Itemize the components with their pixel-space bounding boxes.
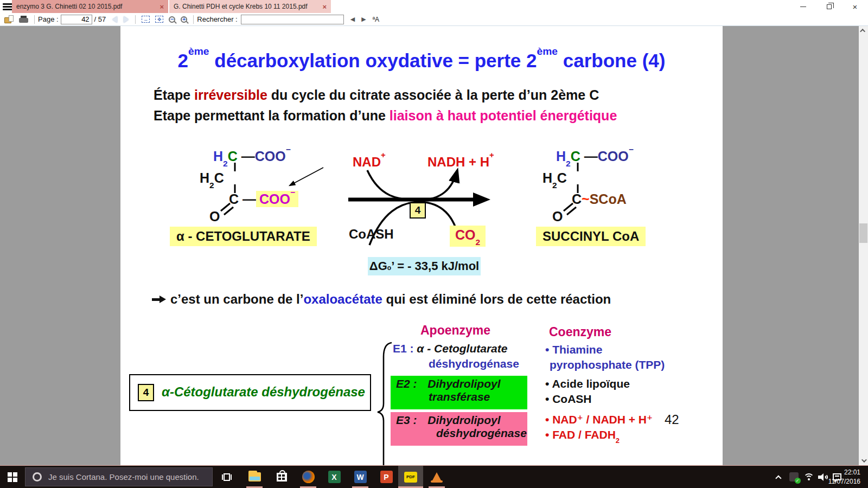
search-label: Rechercher : [197, 15, 237, 23]
reaction-step-badge: 4 [410, 202, 426, 219]
restore-button[interactable] [816, 0, 842, 13]
tab-bar: enzymo 3 G. Chinetti 02 10 2015.pdf × G.… [0, 0, 868, 13]
clock[interactable]: 22:01 11/07/2016 [828, 468, 860, 486]
akg-row3: C —COO− [229, 191, 298, 207]
enzyme-step-badge: 4 [138, 384, 154, 401]
e2-row: E2 : Dihydrolipoyl transférase [391, 376, 527, 409]
fit-page-icon: ✥ [155, 16, 163, 23]
akg-oxygen: O [209, 209, 220, 224]
wifi-icon [803, 473, 814, 481]
find-prev-icon[interactable]: ◀ [350, 16, 355, 23]
word-button[interactable]: W [348, 466, 372, 488]
print-icon [19, 16, 28, 23]
succ-label: SUCCINYL CoA [536, 227, 646, 246]
scrollbar-thumb[interactable] [859, 223, 867, 243]
zoom-out-icon: − [169, 16, 175, 23]
succ-row1: H2C —COO− [556, 149, 634, 166]
find-next-icon[interactable]: ▶ [361, 16, 366, 23]
restore-icon [827, 4, 832, 9]
store-button[interactable] [270, 466, 293, 488]
powerpoint-icon: P [380, 471, 393, 483]
start-button[interactable] [0, 466, 25, 488]
vlc-button[interactable] [425, 466, 449, 488]
akg-row2: H2C [200, 170, 224, 188]
scroll-down-button[interactable] [859, 456, 868, 465]
task-view-button[interactable] [215, 466, 239, 488]
e2-line1: E2 : Dihydrolipoyl [396, 377, 527, 390]
slide-page-number: 42 [665, 412, 679, 427]
clock-time: 22:01 [828, 468, 860, 477]
apoenzyme-header: Apoenzyme [420, 323, 490, 338]
word-icon: W [354, 471, 367, 483]
vertical-scrollbar[interactable] [859, 26, 868, 465]
tab-enzymo-pdf[interactable]: enzymo 3 G. Chinetti 02 10 2015.pdf × [12, 0, 168, 13]
windows-taskbar: Je suis Cortana. Posez-moi une question.… [0, 465, 868, 488]
enzyme-name-box: 4 α-Cétoglutarate déshydrogénase [129, 374, 371, 411]
firefox-icon [302, 471, 315, 483]
akg-label: α - CETOGLUTARATE [170, 227, 317, 246]
e1-row-line1: E1 : α - Cetoglutarate [393, 342, 507, 355]
e1-row-line2: déshydrogénase [429, 357, 519, 370]
tab-close-icon[interactable]: × [317, 3, 327, 11]
page-total: / 57 [94, 15, 106, 23]
page-number-input[interactable] [61, 15, 92, 24]
scroll-up-button[interactable] [859, 26, 868, 35]
tray-expand-button[interactable] [773, 466, 787, 488]
match-case-icon[interactable]: ªA [373, 16, 379, 23]
succ-row2: H2C [542, 170, 567, 188]
conclusion-line: c’est un carbone de l’oxaloacétate qui e… [152, 292, 611, 307]
tab-krebs-pdf[interactable]: G. Chinetti PDH et cycle Krebs 10 11 201… [169, 0, 331, 13]
fit-page-button[interactable]: ✥ [155, 16, 163, 23]
pdf-toolbar: Page : / 57 ↔ ✥ − + Rechercher : ◀ ▶ ªA [0, 13, 868, 26]
clock-date: 11/07/2016 [828, 477, 860, 486]
next-page-icon[interactable] [124, 16, 129, 23]
coenzyme-e3-line2: • FAD / FADH2 [545, 428, 620, 443]
tab-title: G. Chinetti PDH et cycle Krebs 10 11 201… [174, 3, 308, 10]
close-button[interactable]: × [842, 0, 868, 13]
close-icon: × [853, 3, 858, 11]
right-arrow-icon [152, 296, 166, 303]
e3-line2: déshydrogénase [396, 427, 527, 440]
tab-close-icon[interactable]: × [154, 3, 164, 11]
vlc-icon [432, 472, 442, 481]
excel-button[interactable]: X [322, 466, 346, 488]
powerpoint-button[interactable]: P [374, 466, 398, 488]
search-input[interactable] [241, 15, 344, 24]
volume-icon [818, 473, 828, 481]
zoom-in-button[interactable]: + [181, 16, 187, 23]
windows-logo-icon [8, 472, 17, 482]
sumatra-pdf-icon: PDF [404, 472, 417, 483]
cortana-icon [33, 472, 42, 481]
zoom-out-button[interactable]: − [169, 16, 175, 23]
intro-line-2: Etape permettant la formation d’une liai… [154, 108, 617, 124]
e2-line2: transférase [396, 390, 527, 403]
firefox-button[interactable] [296, 466, 320, 488]
window-controls: × [790, 0, 868, 13]
delta-g-box: ΔGo’ = - 33,5 kJ/mol [368, 257, 481, 275]
coash-label: CoASH [349, 227, 394, 242]
e3-line1: E3 : Dihydrolipoyl [396, 414, 527, 427]
nadh-label: NADH + H+ [427, 155, 494, 170]
file-explorer-icon [248, 472, 261, 481]
succ-oxygen: O [552, 209, 563, 224]
file-explorer-button[interactable] [242, 466, 266, 488]
akg-row1: H2C —COO− [213, 149, 291, 166]
fit-width-icon: ↔ [142, 16, 150, 23]
fit-width-button[interactable]: ↔ [142, 16, 150, 23]
open-file-button[interactable] [4, 15, 14, 23]
enzyme-name: α-Cétoglutarate déshydrogénase [162, 384, 365, 400]
chevron-up-icon [775, 475, 781, 481]
tray-app-button[interactable] [787, 466, 801, 488]
zoom-in-icon: + [181, 16, 187, 23]
coenzyme-e1-line1: • Thiamine [545, 343, 602, 356]
succ-row3: C~SCoA [572, 191, 627, 207]
prev-page-icon[interactable] [112, 16, 117, 23]
coenzyme-e3-line1: • NAD⁺ / NADH + H⁺ [545, 413, 653, 426]
network-button[interactable] [802, 466, 816, 488]
minimize-button[interactable] [790, 0, 816, 13]
chevron-up-icon [860, 29, 865, 34]
intro-line-1: Étape irréversible du cycle du citrate a… [154, 87, 599, 103]
sumatra-pdf-button[interactable]: PDF [398, 466, 423, 488]
cortana-search-box[interactable]: Je suis Cortana. Posez-moi une question. [25, 467, 213, 486]
print-button[interactable] [19, 16, 28, 23]
